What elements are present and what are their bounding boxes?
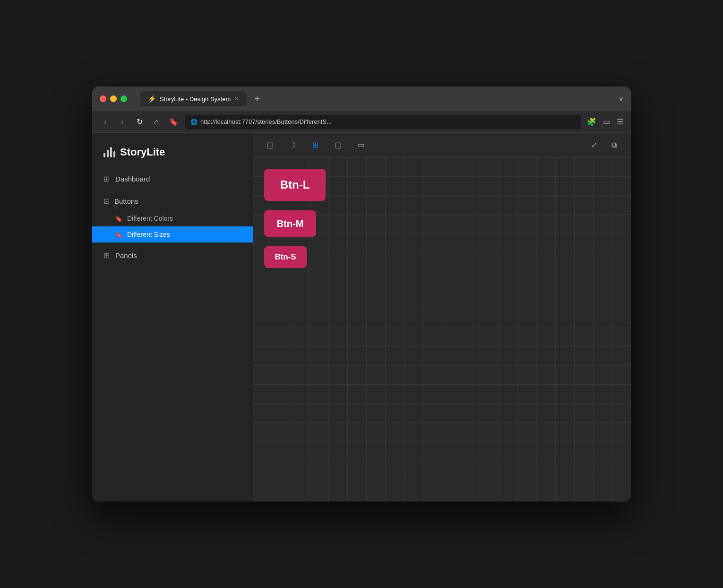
browser-toolbar-icons: 🧩 ▭ ☰ [587, 117, 623, 126]
sidebar-item-different-sizes[interactable]: 🔖 Different Sizes [92, 226, 253, 242]
toolbar-external[interactable]: ⧉ [606, 138, 621, 153]
different-colors-icon: 🔖 [115, 215, 122, 222]
canvas-content: Btn-L Btn-M Btn-S [264, 169, 326, 268]
sidebar-item-different-sizes-label: Different Sizes [127, 231, 170, 238]
traffic-light-yellow[interactable] [110, 95, 117, 102]
content-toolbar: ◫ ☽ ⊞ ▢ ▭ ⤢ ⧉ [253, 133, 631, 157]
sidebar-section-buttons: ⊟ Buttons 🔖 Different Colors 🔖 Different… [92, 188, 253, 246]
sidebar-item-dashboard[interactable]: ⊞ Dashboard [92, 170, 253, 188]
back-button[interactable]: ‹ [100, 118, 111, 126]
toolbar-expand[interactable]: ⤢ [586, 138, 602, 153]
btn-large-label: Btn-L [280, 178, 310, 191]
url-text: http://localhost:7707/stories/Buttons/Di… [200, 118, 332, 125]
dark-mode-icon: ☽ [289, 140, 296, 149]
mobile-icon: ▭ [357, 140, 364, 149]
address-input[interactable]: 🌐 http://localhost:7707/stories/Buttons/… [185, 115, 581, 129]
extensions-icon[interactable]: 🧩 [587, 117, 596, 126]
address-bar: ‹ › ↻ ⌂ 🔖 🌐 http://localhost:7707/storie… [92, 111, 631, 133]
toolbar-right-buttons: ⤢ ⧉ [586, 138, 621, 153]
new-tab-button[interactable]: + [250, 94, 264, 104]
toolbar-grid[interactable]: ⊞ [308, 138, 323, 153]
tab-close-button[interactable]: ✕ [234, 95, 239, 102]
sidebar-item-panels-label: Panels [115, 251, 137, 259]
forward-button[interactable]: › [117, 118, 128, 126]
tab-label: StoryLite - Design System [160, 95, 231, 103]
sidebar-item-dashboard-label: Dashboard [115, 175, 150, 183]
bookmark-button[interactable]: 🔖 [168, 117, 179, 126]
toolbar-sidebar-toggle[interactable]: ◫ [262, 138, 277, 153]
globe-icon: 🌐 [190, 119, 198, 125]
menu-icon[interactable]: ☰ [617, 117, 623, 126]
traffic-light-red[interactable] [100, 95, 106, 102]
btn-large[interactable]: Btn-L [264, 169, 326, 201]
logo-bars-icon [103, 147, 115, 157]
traffic-lights [100, 95, 127, 102]
active-tab[interactable]: ⚡ StoryLite - Design System ✕ [140, 91, 247, 106]
btn-small[interactable]: Btn-S [264, 246, 307, 268]
toolbar-mobile[interactable]: ▭ [353, 138, 368, 153]
sidebar: StoryLite ⊞ Dashboard ⊟ Buttons 🔖 Differ… [92, 133, 253, 502]
reload-button[interactable]: ↻ [134, 117, 145, 126]
toolbar-border[interactable]: ▢ [330, 138, 345, 153]
app-body: StoryLite ⊞ Dashboard ⊟ Buttons 🔖 Differ… [92, 133, 631, 502]
sidebar-item-different-colors-label: Different Colors [127, 215, 173, 222]
tab-area: ⚡ StoryLite - Design System ✕ + ∨ [140, 91, 623, 106]
sidebar-item-different-colors[interactable]: 🔖 Different Colors [92, 210, 253, 226]
home-button[interactable]: ⌂ [151, 118, 162, 126]
expand-icon: ⤢ [591, 140, 597, 149]
border-icon: ▢ [335, 140, 342, 149]
logo-bar-1 [103, 153, 105, 157]
panels-icon: ⊞ [103, 251, 110, 260]
grid-icon: ⊞ [312, 140, 318, 149]
tab-favicon: ⚡ [148, 95, 156, 103]
btn-small-label: Btn-S [275, 252, 296, 262]
traffic-light-green[interactable] [120, 95, 127, 102]
btn-medium[interactable]: Btn-M [264, 210, 316, 237]
external-link-icon: ⧉ [611, 141, 617, 149]
canvas-area: Btn-L Btn-M Btn-S [253, 157, 631, 502]
tab-dropdown[interactable]: ∨ [619, 95, 623, 103]
content-area: ◫ ☽ ⊞ ▢ ▭ ⤢ ⧉ [253, 133, 631, 502]
different-sizes-icon: 🔖 [115, 231, 122, 238]
logo-bar-3 [110, 147, 112, 157]
dashboard-icon: ⊞ [103, 174, 110, 183]
title-bar: ⚡ StoryLite - Design System ✕ + ∨ [92, 86, 631, 111]
sidebar-section-buttons-header[interactable]: ⊟ Buttons [92, 192, 253, 210]
sidebar-toggle-icon: ◫ [267, 140, 274, 149]
btn-medium-label: Btn-M [277, 218, 304, 229]
logo-bar-4 [113, 151, 115, 157]
logo-bar-2 [107, 150, 109, 157]
browser-window: ⚡ StoryLite - Design System ✕ + ∨ ‹ › ↻ … [92, 86, 631, 502]
toolbar-dark-mode[interactable]: ☽ [285, 138, 300, 153]
buttons-collapse-icon: ⊟ [103, 197, 110, 206]
sidebar-icon[interactable]: ▭ [603, 117, 610, 126]
sidebar-section-buttons-label: Buttons [114, 197, 138, 205]
logo-text: StoryLite [120, 146, 165, 158]
sidebar-item-panels[interactable]: ⊞ Panels [92, 246, 253, 265]
sidebar-logo: StoryLite [92, 142, 253, 170]
